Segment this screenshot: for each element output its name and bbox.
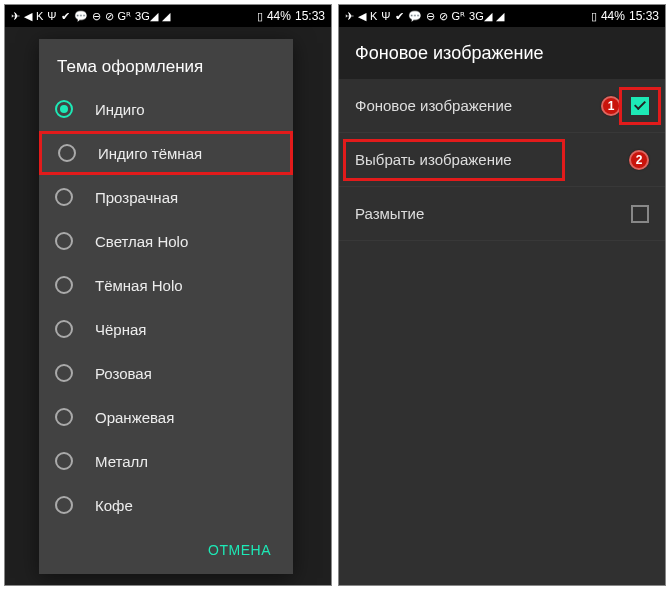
k-icon: K — [36, 11, 43, 22]
g-roaming-icon: Gᴿ — [452, 11, 466, 22]
g-roaming-icon: Gᴿ — [118, 11, 132, 22]
theme-option-label: Розовая — [95, 365, 152, 382]
theme-option[interactable]: Розовая — [39, 351, 293, 395]
statusbar-left: ✈ ◀ K Ψ ✔ 💬 ⊖ ⊘ Gᴿ 3G◢ ◢ — [11, 11, 170, 22]
signal-icon: ◢ — [162, 11, 170, 22]
check-icon: ✔ — [395, 11, 404, 22]
usb-icon: Ψ — [47, 11, 56, 22]
radio-icon — [55, 452, 73, 470]
send-icon: ◀ — [24, 11, 32, 22]
statusbar-right: ▯ 44% 15:33 — [591, 9, 659, 23]
statusbar-right: ▯ 44% 15:33 — [257, 9, 325, 23]
k-icon: K — [370, 11, 377, 22]
send-icon: ◀ — [358, 11, 366, 22]
theme-option-label: Чёрная — [95, 321, 146, 338]
theme-option-label: Металл — [95, 453, 148, 470]
theme-option[interactable]: Кофе — [39, 483, 293, 526]
usb-icon: Ψ — [381, 11, 390, 22]
cancel-button[interactable]: ОТМЕНА — [198, 534, 281, 566]
callout-badge: 2 — [629, 150, 649, 170]
minus-circle-icon: ⊖ — [426, 11, 435, 22]
radio-icon — [55, 496, 73, 514]
theme-option-label: Индиго — [95, 101, 145, 118]
minus-circle-icon: ⊖ — [92, 11, 101, 22]
setting-label: Размытие — [355, 205, 424, 222]
callout-badge: 1 — [601, 96, 621, 116]
phone-screen-1: ✈ ◀ K Ψ ✔ 💬 ⊖ ⊘ Gᴿ 3G◢ ◢ ▯ 44% 15:33 Тем… — [4, 4, 332, 586]
theme-options-list: ИндигоИндиго тёмнаяПрозрачнаяСветлая Hol… — [39, 87, 293, 526]
appbar-title: Фоновое изображение — [339, 27, 665, 79]
theme-option-label: Светлая Holo — [95, 233, 188, 250]
theme-option-label: Прозрачная — [95, 189, 178, 206]
paper-plane-icon: ✈ — [11, 11, 20, 22]
theme-option[interactable]: Светлая Holo — [39, 219, 293, 263]
wifi-icon: ⊘ — [439, 11, 448, 22]
theme-option[interactable]: Прозрачная — [39, 175, 293, 219]
theme-option-label: Кофе — [95, 497, 133, 514]
theme-option[interactable]: Металл — [39, 439, 293, 483]
3g-signal-icon: 3G◢ — [469, 11, 492, 22]
radio-icon — [55, 276, 73, 294]
theme-option[interactable]: Тёмная Holo — [39, 263, 293, 307]
theme-option-label: Тёмная Holo — [95, 277, 183, 294]
wifi-icon: ⊘ — [105, 11, 114, 22]
setting-row[interactable]: Фоновое изображение1 — [339, 79, 665, 133]
radio-icon — [55, 100, 73, 118]
signal-icon: ◢ — [496, 11, 504, 22]
battery-icon: ▯ — [257, 11, 263, 22]
paper-plane-icon: ✈ — [345, 11, 354, 22]
clock: 15:33 — [295, 9, 325, 23]
radio-icon — [58, 144, 76, 162]
radio-icon — [55, 232, 73, 250]
chat-icon: 💬 — [74, 11, 88, 22]
background-settings-page: Фоновое изображение Фоновое изображение1… — [339, 27, 665, 585]
setting-row[interactable]: Выбрать изображение2 — [339, 133, 665, 187]
setting-row[interactable]: Размытие — [339, 187, 665, 241]
battery-text: 44% — [267, 9, 291, 23]
radio-icon — [55, 408, 73, 426]
theme-option[interactable]: Индиго тёмная — [39, 131, 293, 175]
check-icon: ✔ — [61, 11, 70, 22]
statusbar-left: ✈ ◀ K Ψ ✔ 💬 ⊖ ⊘ Gᴿ 3G◢ ◢ — [345, 11, 504, 22]
theme-option-label: Индиго тёмная — [98, 145, 202, 162]
3g-signal-icon: 3G◢ — [135, 11, 158, 22]
checkbox[interactable] — [631, 97, 649, 115]
phone-screen-2: ✈ ◀ K Ψ ✔ 💬 ⊖ ⊘ Gᴿ 3G◢ ◢ ▯ 44% 15:33 Фон… — [338, 4, 666, 586]
theme-dialog: Тема оформления ИндигоИндиго тёмнаяПрозр… — [39, 39, 293, 574]
dialog-actions: ОТМЕНА — [39, 526, 293, 574]
checkbox[interactable] — [631, 205, 649, 223]
setting-label: Выбрать изображение — [355, 151, 512, 168]
battery-icon: ▯ — [591, 11, 597, 22]
clock: 15:33 — [629, 9, 659, 23]
settings-rows: Фоновое изображение1Выбрать изображение2… — [339, 79, 665, 241]
radio-icon — [55, 320, 73, 338]
theme-option-label: Оранжевая — [95, 409, 174, 426]
battery-text: 44% — [601, 9, 625, 23]
theme-option[interactable]: Чёрная — [39, 307, 293, 351]
radio-icon — [55, 188, 73, 206]
chat-icon: 💬 — [408, 11, 422, 22]
theme-option[interactable]: Оранжевая — [39, 395, 293, 439]
radio-icon — [55, 364, 73, 382]
statusbar: ✈ ◀ K Ψ ✔ 💬 ⊖ ⊘ Gᴿ 3G◢ ◢ ▯ 44% 15:33 — [339, 5, 665, 27]
statusbar: ✈ ◀ K Ψ ✔ 💬 ⊖ ⊘ Gᴿ 3G◢ ◢ ▯ 44% 15:33 — [5, 5, 331, 27]
dialog-title: Тема оформления — [39, 39, 293, 87]
theme-option[interactable]: Индиго — [39, 87, 293, 131]
setting-label: Фоновое изображение — [355, 97, 512, 114]
